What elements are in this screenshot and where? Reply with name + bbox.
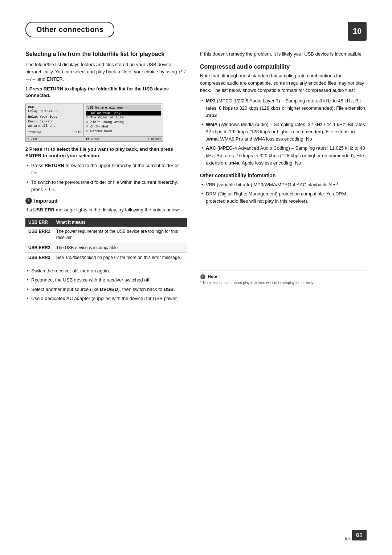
step2-bullet-2: To switch to the previous/next folder or… <box>25 179 187 193</box>
usb-track-item-5: 5Watcha Need <box>86 129 161 134</box>
other-compat-item-2: DRM (Digital Rights Management) protecti… <box>200 190 367 205</box>
usb-bottom-row: 128Kbps 0:15 <box>28 131 81 134</box>
chapter-number: 10 <box>348 22 367 41</box>
left-intro-text: The folder/file list displays folders an… <box>25 62 185 82</box>
usb-track-item-3: 3Ain't Thang Wrong <box>86 120 161 125</box>
chapter-title-text: Other connections <box>36 25 103 33</box>
step1-label-text: 1 Press RETURN to display the folder/fil… <box>25 86 169 98</box>
usb-list-btn: ⇧ List <box>27 137 38 141</box>
step2-bullet-1: Press RETURN to switch to the upper hier… <box>25 162 187 177</box>
usb-nav-btn: ▲▼ Enter <box>86 137 99 141</box>
page-lang: En <box>345 536 350 540</box>
audio-format-list: MP3 (MPEG-1/2/2.5 Audio Layer 3) – Sampl… <box>200 97 367 167</box>
action-bullet-4: Use a dedicated AC adapter (supplied wit… <box>25 295 187 302</box>
important-title-text: Important <box>34 198 58 204</box>
step2-label-text: 2 Press ↑/↓ to select the file you want … <box>25 146 173 158</box>
err-code-3: USB ERR3 <box>25 253 53 263</box>
usb-track2: Kevin Jackson <box>28 119 81 124</box>
page-container: Other connections 10 Selecting a file fr… <box>0 0 392 555</box>
step2-bullets: Press RETURN to switch to the upper hier… <box>25 162 187 193</box>
chapter-title: Other connections <box>25 22 114 37</box>
usb-right-header: USB We are all one <box>86 105 161 110</box>
err-table-body: USB ERR1 The power requirements of the U… <box>25 227 187 263</box>
step1-label: 1 Press RETURN to display the folder/fil… <box>25 86 187 99</box>
usb-right-track-4: Oh My God <box>90 125 108 129</box>
chapter-number-text: 10 <box>353 27 362 36</box>
right-intro-text: If this doesn't remedy the problem, it i… <box>200 51 363 57</box>
compressed-title-text: Compressed audio compatibility <box>200 64 290 70</box>
chapter-header: Other connections 10 <box>25 22 367 37</box>
err-meaning-2: The USB device is incompatible <box>53 243 187 253</box>
step2-label: 2 Press ↑/↓ to select the file you want … <box>25 146 187 159</box>
left-column: Selecting a file from the folder/file li… <box>25 50 187 305</box>
footnote-area: i Note 1 Note that in some cases playbac… <box>200 271 367 285</box>
other-compat-title: Other compatibility information <box>200 173 367 178</box>
err-row-3: USB ERR3 See Troubleshooting on page 67 … <box>25 253 187 263</box>
footnote-label: i Note <box>200 274 367 280</box>
err-code-1: USB ERR1 <box>25 227 53 243</box>
err-col-header-meaning: What it means <box>53 218 187 227</box>
page-lang-text: En <box>345 536 350 540</box>
left-intro: The folder/file list displays folders an… <box>25 61 187 83</box>
compressed-intro: Note that although most standard bit/sam… <box>200 72 367 94</box>
left-section-title: Selecting a file from the folder/file li… <box>25 50 187 58</box>
note-icon: i <box>200 274 206 280</box>
other-compat-title-text: Other compatibility information <box>200 173 275 178</box>
err-row-1: USB ERR1 The power requirements of the U… <box>25 227 187 243</box>
audio-item-wma: WMA (Windows Media Audio) – Sampling rat… <box>200 121 367 143</box>
audio-item-aac: AAC (MPEG-4 Advanced Audio Coding) – Sam… <box>200 145 367 166</box>
usb-right-panel: USB We are all one 1Relax Your Body 2The… <box>84 104 163 136</box>
two-col-layout: Selecting a file from the folder/file li… <box>25 50 367 305</box>
svg-text:i: i <box>203 275 204 279</box>
important-box: ! Important If a USB ERR message lights … <box>25 198 187 214</box>
usb-track-item-2: 2The Color of Life <box>86 116 161 120</box>
usb-play-row: ▶Play MP3/VBR ○ <box>28 109 81 114</box>
action-bullet-3: Select another input source (like DVD/BD… <box>25 286 187 293</box>
usb-left-label: USB <box>28 105 81 109</box>
audio-aac-text: AAC (MPEG-4 Advanced Audio Coding) – Sam… <box>206 145 365 165</box>
usb-display-screenshot: USB ▶Play MP3/VBR ○ Relax Your Body Kevi… <box>25 104 163 142</box>
usb-track-item-4: 4Oh My God <box>86 125 161 129</box>
compressed-title: Compressed audio compatibility <box>200 64 367 70</box>
usb-right-track-2: The Color of Life <box>90 116 124 120</box>
footnote-body-text: 1 Note that in some cases playback time … <box>200 281 314 285</box>
right-column: If this doesn't remedy the problem, it i… <box>200 50 367 305</box>
page-number-text: 61 <box>356 532 363 539</box>
usb-right-track-5: Watcha Need <box>90 129 112 134</box>
audio-item-mp3: MP3 (MPEG-1/2/2.5 Audio Layer 3) – Sampl… <box>200 97 367 119</box>
usb-track-list: 1Relax Your Body 2The Color of Life 3Ain… <box>86 111 161 134</box>
left-section-title-text: Selecting a file from the folder/file li… <box>25 51 164 57</box>
audio-wma-text: WMA (Windows Media Audio) – Sampling rat… <box>206 122 366 142</box>
err-code-2: USB ERR2 <box>25 243 53 253</box>
usb-time: 0:15 <box>73 131 81 134</box>
usb-track1: Relax Your Body <box>28 115 81 119</box>
other-compat-item-1: VBR (variable bit rate) MP3/WMA/MPEG-4 A… <box>200 181 367 189</box>
action-bullet-2: Reconnect the USB device with the receiv… <box>25 276 187 284</box>
usb-kbps: 128Kbps <box>28 131 42 134</box>
right-intro: If this doesn't remedy the problem, it i… <box>200 50 367 58</box>
err-col-header-code: USB ERR <box>25 218 53 227</box>
err-meaning-3: See Troubleshooting on page 67 for more … <box>53 253 187 263</box>
usb-track-item-1: 1Relax Your Body <box>86 111 161 116</box>
usb-footer: ⇧ List ▲▼ Enter ⇧ Return <box>26 136 163 141</box>
compressed-intro-text: Note that although most standard bit/sam… <box>200 73 364 93</box>
usb-format: MP3/VBR ○ <box>41 109 58 114</box>
other-compat-list: VBR (variable bit rate) MP3/WMA/MPEG-4 A… <box>200 181 367 205</box>
footnote-note-text: Note <box>208 274 217 278</box>
important-body: If a USB ERR message lights in the displ… <box>25 206 187 214</box>
err-row-2: USB ERR2 The USB device is incompatible <box>25 243 187 253</box>
usb-play-label: ▶Play <box>28 109 38 114</box>
usb-right-track-1: Relax Your Body <box>91 111 121 116</box>
page-number: 61 <box>352 530 367 540</box>
important-icon: ! <box>25 198 32 204</box>
usb-left-panel: USB ▶Play MP3/VBR ○ Relax Your Body Kevi… <box>26 104 84 136</box>
audio-mp3-text: MP3 (MPEG-1/2/2.5 Audio Layer 3) – Sampl… <box>206 98 367 118</box>
action-bullets: Switch the receiver off, then on again. … <box>25 267 187 302</box>
important-title: ! Important <box>25 198 187 204</box>
usb-track3: We are all one <box>28 124 81 129</box>
usb-right-track-3: Ain't Thang Wrong <box>90 120 124 125</box>
err-table-header-row: USB ERR What it means <box>25 218 187 227</box>
usb-display-header: USB ▶Play MP3/VBR ○ Relax Your Body Kevi… <box>26 104 163 136</box>
err-table: USB ERR What it means USB ERR1 The power… <box>25 218 187 263</box>
action-bullet-1: Switch the receiver off, then on again. <box>25 267 187 275</box>
